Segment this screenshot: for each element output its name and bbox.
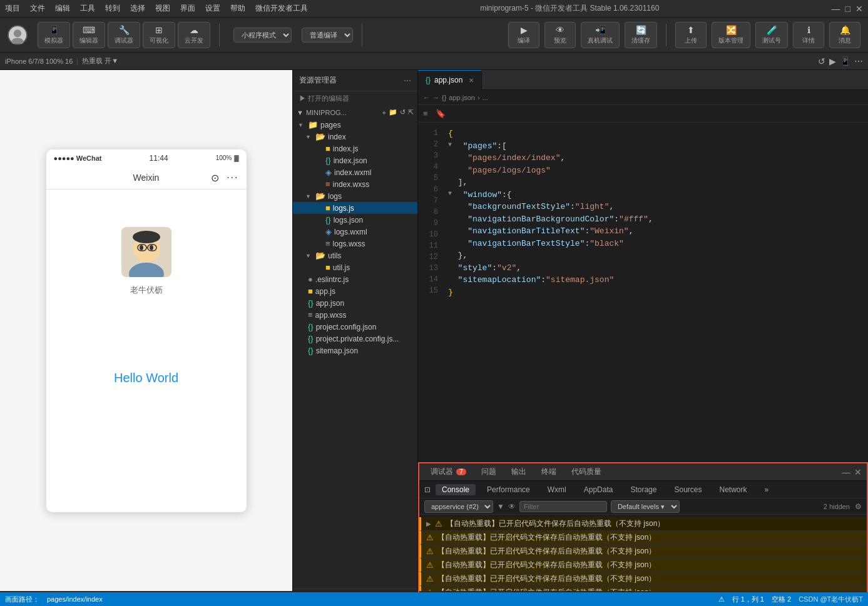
debug-console[interactable]: ▶ ⚠ 【自动热重载】已开启代码文件保存后自动热重载（不支持 json） ⚠ 【… bbox=[419, 515, 867, 591]
menu-item-tools[interactable]: 工具 bbox=[80, 3, 95, 14]
more-icon[interactable]: ⋯ bbox=[854, 56, 863, 66]
tree-item-eslint[interactable]: ● .eslintrc.js bbox=[293, 273, 417, 285]
js-file-icon: ■ bbox=[325, 203, 330, 213]
tab-app-json[interactable]: {} app.json ✕ bbox=[418, 70, 482, 90]
collapse-toggle-icon[interactable]: ▶ bbox=[426, 520, 431, 527]
debug-tab-quality[interactable]: 代码质量 bbox=[565, 465, 608, 478]
close-button[interactable]: ✕ bbox=[855, 4, 863, 14]
refresh-icon[interactable]: ↺ bbox=[818, 56, 825, 66]
maximize-button[interactable]: □ bbox=[845, 4, 850, 14]
tree-item-logs-wxml[interactable]: ◈ logs.wxml bbox=[293, 226, 417, 238]
eye-icon[interactable]: 👁 bbox=[508, 502, 516, 511]
tree-item-logs-json[interactable]: {} logs.json bbox=[293, 214, 417, 226]
compile-btn[interactable]: ▶ 编译 bbox=[508, 22, 539, 48]
console-tab-more[interactable]: » bbox=[758, 484, 775, 495]
status-spaces[interactable]: 空格 2 bbox=[772, 595, 791, 604]
menu-item-help[interactable]: 帮助 bbox=[230, 3, 245, 14]
upload-btn[interactable]: ⬆ 上传 bbox=[675, 22, 707, 48]
tree-item-project-private[interactable]: {} project.private.config.js... bbox=[293, 333, 417, 345]
minimap-icon[interactable]: ≡ bbox=[421, 108, 431, 119]
console-tab-wxml[interactable]: Wxml bbox=[541, 484, 573, 495]
open-editors-section[interactable]: ▶ 打开的编辑器 bbox=[293, 91, 417, 106]
explorer-more-icon[interactable]: ⋯ bbox=[404, 76, 411, 85]
tree-item-index-js[interactable]: ■ index.js bbox=[293, 143, 417, 154]
visual-toggle-btn[interactable]: ⊞ 可视化 bbox=[143, 22, 175, 48]
nav-forward-icon[interactable]: → bbox=[432, 94, 439, 101]
tree-item-sitemap[interactable]: {} sitemap.json bbox=[293, 345, 417, 356]
phone-icon[interactable]: 📱 bbox=[840, 56, 850, 66]
details-btn[interactable]: ℹ 详情 bbox=[793, 22, 824, 48]
tree-item-index-wxss[interactable]: ≡ index.wxss bbox=[293, 178, 417, 190]
tree-item-app-wxss[interactable]: ≡ app.wxss bbox=[293, 309, 417, 321]
debug-tab-terminal[interactable]: 终端 bbox=[535, 465, 563, 478]
debug-tab-issues[interactable]: 问题 bbox=[475, 465, 503, 478]
refresh-tree-icon[interactable]: ↺ bbox=[400, 108, 406, 116]
status-path-value[interactable]: pages/index/index bbox=[47, 595, 103, 603]
menu-item-goto[interactable]: 转到 bbox=[105, 3, 120, 14]
tree-item-app-js[interactable]: ■ app.js bbox=[293, 285, 417, 297]
tree-item-index-json[interactable]: {} index.json bbox=[293, 154, 417, 166]
user-avatar[interactable] bbox=[8, 25, 28, 45]
play-icon[interactable]: ▶ bbox=[829, 56, 836, 66]
clear-cache-btn[interactable]: 🔄 清缓存 bbox=[625, 22, 657, 48]
tree-item-logs-js[interactable]: ■ logs.js bbox=[293, 202, 417, 214]
context-select[interactable]: appservice (#2) bbox=[424, 500, 493, 513]
tree-item-logs-folder[interactable]: ▼ 📂 logs bbox=[293, 190, 417, 202]
menu-item-select[interactable]: 选择 bbox=[130, 3, 145, 14]
debug-close-icon[interactable]: ✕ bbox=[854, 467, 862, 477]
tree-item-utils-folder[interactable]: ▼ 📂 utils bbox=[293, 250, 417, 261]
debugger-toggle-btn[interactable]: 🔧 调试器 bbox=[108, 22, 140, 48]
mode-select[interactable]: 小程序模式 bbox=[233, 28, 292, 43]
preview-btn[interactable]: 👁 预览 bbox=[544, 22, 576, 48]
menu-item-edit[interactable]: 编辑 bbox=[55, 3, 70, 14]
log-level-select[interactable]: Default levels ▾ bbox=[611, 500, 680, 513]
menu-item-interface[interactable]: 界面 bbox=[180, 3, 195, 14]
compile-select[interactable]: 普通编译 bbox=[302, 28, 353, 43]
tree-item-util-js[interactable]: ■ util.js bbox=[293, 261, 417, 273]
nav-back-icon[interactable]: ← bbox=[423, 94, 430, 101]
debug-settings-icon[interactable]: ⚙ bbox=[855, 502, 862, 511]
phone-nav-more[interactable]: ··· bbox=[227, 172, 238, 183]
menu-item-settings[interactable]: 设置 bbox=[205, 3, 220, 14]
tab-close-icon[interactable]: ✕ bbox=[469, 77, 474, 84]
messages-btn[interactable]: 🔔 消息 bbox=[829, 22, 860, 48]
bookmark-icon[interactable]: 🔖 bbox=[433, 108, 448, 119]
console-tab-network[interactable]: Network bbox=[713, 484, 753, 495]
menu-item-project[interactable]: 项目 bbox=[5, 3, 20, 14]
tree-item-index-wxml[interactable]: ◈ index.wxml bbox=[293, 166, 417, 178]
console-tab-appdata[interactable]: AppData bbox=[578, 484, 620, 495]
menu-item-view[interactable]: 视图 bbox=[155, 3, 170, 14]
tree-item-project-config[interactable]: {} project.config.json bbox=[293, 321, 417, 333]
cloud-toggle-btn[interactable]: ☁ 云开发 bbox=[178, 22, 210, 48]
test-number-btn[interactable]: 🧪 测试号 bbox=[755, 22, 788, 48]
device-name[interactable]: iPhone 6/7/8 100% 16 bbox=[5, 58, 73, 65]
simulator-toggle-btn[interactable]: 📱 模拟器 bbox=[38, 22, 70, 48]
collapse-tree-icon[interactable]: ⇱ bbox=[408, 108, 414, 116]
phone-record-icon[interactable]: ⊙ bbox=[211, 172, 219, 184]
real-debug-btn[interactable]: 📲 真机调试 bbox=[581, 22, 620, 48]
debug-tab-debugger[interactable]: 调试器 7 bbox=[424, 465, 472, 478]
add-folder-icon[interactable]: 📁 bbox=[389, 108, 397, 116]
dropdown-arrow-icon[interactable]: ▼ bbox=[497, 502, 504, 511]
tree-item-index-folder[interactable]: ▼ 📂 index bbox=[293, 131, 417, 143]
hotreload-toggle[interactable]: 热重载 开▼ bbox=[82, 56, 118, 66]
menu-item-wechat-devtools[interactable]: 微信开发者工具 bbox=[255, 3, 308, 14]
console-tab-storage[interactable]: Storage bbox=[624, 484, 663, 495]
status-line-col[interactable]: 行 1，列 1 bbox=[732, 595, 764, 604]
inspect-icon[interactable]: ⊡ bbox=[424, 485, 431, 494]
add-file-icon[interactable]: + bbox=[382, 109, 386, 116]
version-manage-btn[interactable]: 🔀 版本管理 bbox=[712, 22, 750, 48]
project-collapse-icon[interactable]: ▼ bbox=[297, 109, 304, 116]
editor-toggle-btn[interactable]: ⌨ 编辑器 bbox=[73, 22, 105, 48]
console-tab-sources[interactable]: Sources bbox=[668, 484, 708, 495]
tree-item-app-json[interactable]: {} app.json bbox=[293, 297, 417, 309]
tree-item-pages[interactable]: ▼ 📁 pages bbox=[293, 119, 417, 131]
console-filter-input[interactable] bbox=[519, 501, 607, 512]
minimize-button[interactable]: — bbox=[832, 4, 840, 14]
tree-item-logs-wxss[interactable]: ≡ logs.wxss bbox=[293, 238, 417, 250]
console-tab-performance[interactable]: Performance bbox=[481, 484, 536, 495]
menu-item-file[interactable]: 文件 bbox=[30, 3, 45, 14]
debug-tab-output[interactable]: 输出 bbox=[505, 465, 533, 478]
debug-minimize-icon[interactable]: — bbox=[842, 467, 850, 477]
console-tab-console[interactable]: Console bbox=[436, 484, 476, 495]
